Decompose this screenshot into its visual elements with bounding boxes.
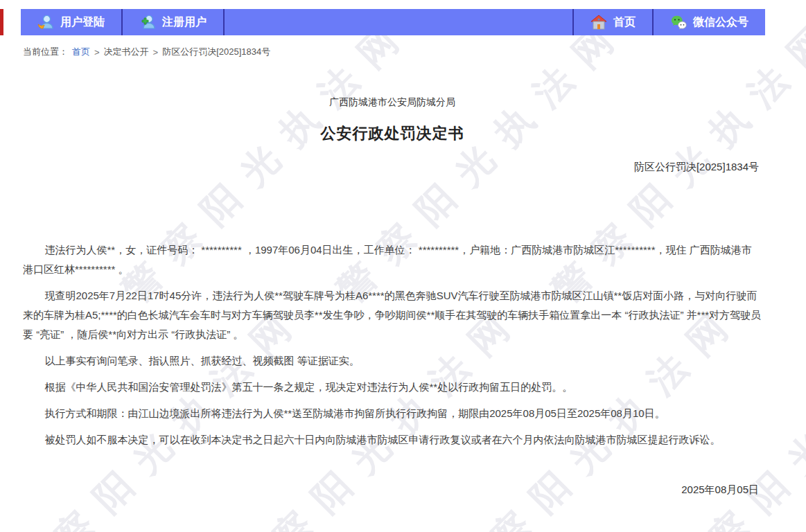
breadcrumb: 当前位置： 首页 > 决定书公开 > 防区公行罚决[2025]1834号 — [23, 46, 806, 58]
left-red-banner — [0, 9, 3, 35]
breadcrumb-level2: 决定书公开 — [104, 46, 149, 58]
nav-register-user[interactable]: 注册用户 — [123, 9, 223, 35]
register-user-icon — [139, 14, 156, 30]
nav-user-login[interactable]: 用户登陆 — [21, 9, 121, 35]
paragraph-offender-info: 违法行为人侯**，女，证件号码： ********** ，1997年06月04日… — [23, 240, 762, 279]
breadcrumb-home-link[interactable]: 首页 — [72, 46, 90, 58]
document-number: 防区公行罚决[2025]1834号 — [23, 161, 762, 174]
breadcrumb-prefix: 当前位置： — [23, 46, 68, 58]
penalty-decision-document: 广西防城港市公安局防城分局 公安行政处罚决定书 防区公行罚决[2025]1834… — [0, 96, 806, 497]
paragraph-evidence: 以上事实有询问笔录、指认照片、抓获经过、视频截图 等证据证实。 — [23, 351, 762, 371]
paragraph-facts: 现查明2025年7月22日17时45分许，违法行为人侯**驾驶车牌号为桂A6**… — [23, 286, 762, 344]
nav-user-login-label: 用户登陆 — [60, 15, 105, 30]
wechat-icon — [670, 14, 687, 30]
top-nav-bar: 用户登陆 注册用户 — [21, 9, 765, 35]
nav-wechat[interactable]: 微信公众号 — [654, 9, 765, 35]
paragraph-appeal-rights: 被处罚人如不服本决定，可以在收到本决定书之日起六十日内向防城港市防城区申请行政复… — [23, 430, 762, 450]
paragraph-execution: 执行方式和期限：由江山边境派出所将违法行为人侯**送至防城港市拘留所执行行政拘留… — [23, 404, 762, 423]
document-body: 违法行为人侯**，女，证件号码： ********** ，1997年06月04日… — [23, 240, 762, 450]
breadcrumb-current: 防区公行罚决[2025]1834号 — [162, 46, 270, 58]
nav-spacer — [225, 9, 572, 35]
document-title: 公安行政处罚决定书 — [23, 123, 762, 144]
nav-home-label: 首页 — [613, 15, 636, 30]
home-icon — [590, 14, 607, 30]
issuing-agency: 广西防城港市公安局防城分局 — [23, 96, 762, 109]
nav-register-user-label: 注册用户 — [162, 15, 207, 30]
breadcrumb-separator: > — [153, 47, 159, 57]
breadcrumb-separator: > — [94, 47, 100, 57]
nav-wechat-label: 微信公众号 — [693, 15, 748, 30]
user-login-icon — [37, 14, 54, 30]
top-strip: 用户登陆 注册用户 — [0, 9, 806, 35]
paragraph-legal-basis: 根据《中华人民共和国治安管理处罚法》第五十一条之规定，现决定对违法行为人侯**处… — [23, 378, 762, 397]
nav-home[interactable]: 首页 — [574, 9, 652, 35]
document-date: 2025年08月05日 — [23, 484, 762, 497]
